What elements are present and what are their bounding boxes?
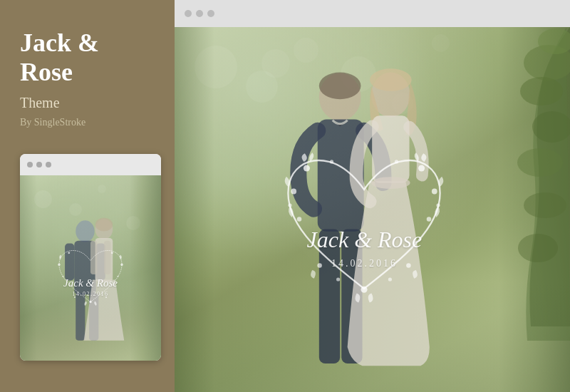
main-browser-content: Jack & Rose 14.02.2016: [175, 27, 570, 392]
svg-point-50: [388, 277, 392, 281]
svg-point-47: [289, 203, 292, 207]
main-browser: Jack & Rose 14.02.2016: [175, 0, 570, 392]
svg-point-36: [304, 165, 310, 171]
sidebar-browser-bar: [20, 154, 161, 175]
svg-point-15: [111, 252, 113, 254]
theme-title: Jack & Rose: [20, 29, 99, 88]
svg-point-28: [318, 73, 361, 100]
svg-point-40: [432, 188, 437, 194]
svg-point-11: [58, 263, 60, 265]
browser-dot-3: [46, 162, 51, 167]
svg-point-13: [89, 301, 91, 303]
main-dot-1: [185, 10, 192, 17]
svg-point-46: [395, 160, 398, 163]
svg-point-43: [318, 263, 323, 268]
main-dot-3: [207, 10, 214, 17]
sidebar-browser-preview: Jack & Rose 14.02.2016: [20, 154, 161, 361]
bokeh-main-6: [432, 34, 450, 52]
svg-point-44: [407, 263, 412, 268]
browser-dot-1: [27, 162, 33, 167]
tree-right-small: [130, 175, 161, 361]
svg-point-7: [95, 217, 113, 231]
sidebar: Jack & Rose Theme By SingleStroke: [0, 0, 175, 392]
main-dot-2: [196, 10, 203, 17]
bokeh-3: [98, 185, 106, 193]
svg-point-25: [518, 234, 558, 262]
theme-subtitle: Theme: [20, 95, 60, 111]
svg-point-24: [524, 192, 566, 218]
svg-point-12: [120, 263, 123, 265]
main-area: Jack & Rose 14.02.2016: [175, 0, 570, 392]
theme-author: By SingleStroke: [20, 117, 86, 128]
sidebar-browser-content: Jack & Rose 14.02.2016: [20, 175, 161, 361]
svg-point-45: [330, 160, 333, 163]
svg-point-23: [517, 148, 563, 177]
svg-point-42: [361, 287, 368, 293]
browser-dot-2: [36, 162, 42, 167]
svg-point-48: [437, 203, 440, 207]
svg-point-38: [297, 217, 302, 222]
wreath-names-small: Jack & Rose: [51, 277, 130, 288]
main-browser-bar: [175, 0, 570, 27]
svg-point-33: [370, 69, 412, 91]
svg-point-21: [520, 77, 563, 105]
svg-point-14: [68, 252, 70, 254]
svg-point-49: [336, 277, 340, 281]
wreath-overlay-small: Jack & Rose 14.02.2016: [51, 239, 130, 296]
svg-point-41: [427, 217, 432, 222]
main-wreath-names: Jack & Rose: [271, 227, 457, 250]
bokeh-main-3: [294, 38, 318, 63]
svg-point-39: [418, 165, 425, 171]
wreath-overlay-main: Jack & Rose 14.02.2016: [271, 135, 457, 269]
svg-point-37: [291, 188, 297, 194]
tree-left-small: [20, 175, 37, 361]
